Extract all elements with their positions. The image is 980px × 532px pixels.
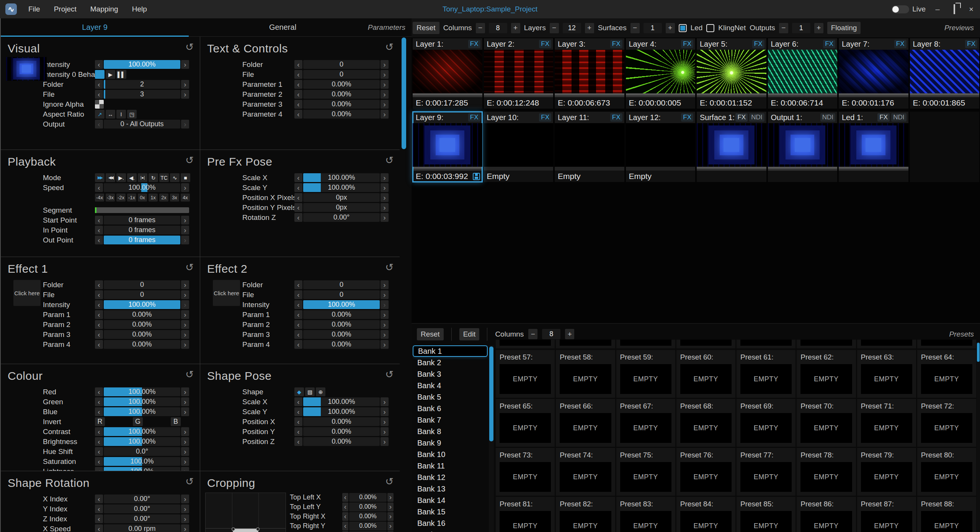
preset-scrollbar[interactable] — [977, 342, 980, 532]
step-down-icon[interactable]: ‹ — [294, 310, 302, 319]
reset-icon[interactable]: ↺ — [185, 369, 194, 381]
step-down-icon[interactable]: ‹ — [95, 80, 103, 89]
effect2-intensity-slider[interactable]: 100.00% — [303, 300, 380, 309]
invert-blue-button[interactable]: B — [171, 417, 181, 426]
preset-cell[interactable]: Preset 65: EMPTY — [496, 399, 555, 447]
preset-thumbnail[interactable]: EMPTY — [861, 413, 912, 443]
preset-cell[interactable]: Preset 66: EMPTY — [556, 399, 615, 447]
layer-preview[interactable] — [484, 50, 554, 93]
step-up-icon[interactable]: › — [387, 493, 394, 502]
close-button[interactable]: × — [966, 5, 976, 14]
speed-preset-button[interactable]: 4x — [181, 194, 190, 202]
tc-folder-stepper[interactable]: 0 — [303, 60, 380, 69]
step-down-icon[interactable]: ‹ — [95, 437, 103, 446]
effect2-param3-slider[interactable]: 0.00% — [303, 330, 380, 339]
bank-item[interactable]: Bank 15 — [413, 506, 488, 517]
step-up-icon[interactable]: › — [381, 60, 389, 69]
step-down-icon[interactable]: ‹ — [294, 330, 302, 339]
step-down-icon[interactable]: ‹ — [95, 397, 103, 406]
layers-decrement-button[interactable]: − — [550, 23, 559, 33]
aspect-fit-height-icon[interactable]: I — [116, 110, 126, 119]
crop-region-handle[interactable] — [233, 529, 258, 532]
prefx-pos-x-stepper[interactable]: 0px — [303, 193, 380, 202]
layer-preview[interactable] — [555, 123, 624, 167]
bank-item[interactable]: Bank 8 — [413, 426, 488, 437]
menu-mapping[interactable]: Mapping — [85, 3, 124, 16]
preset-cell[interactable]: Preset 71: EMPTY — [857, 399, 916, 447]
bank-scrollbar[interactable] — [489, 345, 494, 532]
output-selector[interactable]: 0 - All Outputs — [104, 120, 180, 129]
blue-slider[interactable]: 100.00% — [104, 407, 180, 416]
layer-preview[interactable] — [768, 50, 838, 93]
preset-thumbnail[interactable]: EMPTY — [861, 511, 912, 532]
preset-cell[interactable]: Preset 74: EMPTY — [556, 448, 615, 496]
preset-thumbnail[interactable]: EMPTY — [861, 462, 912, 492]
step-up-icon[interactable]: › — [381, 340, 389, 349]
step-up-icon[interactable]: › — [181, 280, 189, 289]
preset-thumbnail[interactable]: EMPTY — [740, 413, 792, 443]
menu-project[interactable]: Project — [49, 3, 82, 16]
preset-cell[interactable]: Preset 68: EMPTY — [676, 399, 735, 447]
preset-cell[interactable]: Preset 85: EMPTY — [737, 497, 795, 532]
preset-cell[interactable]: Preset 60: EMPTY — [676, 350, 735, 398]
presets-reset-button[interactable]: Reset — [417, 328, 444, 340]
step-down-icon[interactable]: ‹ — [294, 407, 302, 416]
fx-badge[interactable]: FX — [681, 40, 693, 48]
step-up-icon[interactable]: › — [181, 437, 189, 446]
mode-stop-icon[interactable]: ■ — [181, 173, 190, 182]
rot-x-speed-stepper[interactable]: 0.00 rpm — [104, 524, 180, 532]
speed-preset-button[interactable]: 1x — [149, 194, 158, 202]
step-down-icon[interactable]: ‹ — [95, 236, 103, 244]
bank-item[interactable]: Bank 10 — [413, 449, 488, 460]
step-down-icon[interactable]: ‹ — [294, 173, 302, 182]
led-checkbox[interactable] — [679, 24, 687, 32]
restore-button[interactable] — [949, 5, 959, 14]
step-down-icon[interactable]: ‹ — [95, 407, 103, 416]
preset-cell[interactable]: Preset 76: EMPTY — [676, 448, 735, 496]
shape-plane-icon[interactable]: ◆ — [294, 387, 304, 396]
preset-thumbnail[interactable]: EMPTY — [680, 462, 732, 492]
fx-badge[interactable]: FX — [965, 40, 977, 48]
grid-cell[interactable]: Output 1: NDI — [768, 112, 838, 182]
step-up-icon[interactable]: › — [181, 495, 189, 503]
layer-preview[interactable] — [555, 50, 624, 93]
step-up-icon[interactable]: › — [381, 397, 389, 406]
step-down-icon[interactable]: ‹ — [294, 80, 302, 89]
speed-preset-button[interactable]: -1x — [127, 194, 136, 202]
preset-cell[interactable]: Preset 59: EMPTY — [616, 350, 675, 398]
reset-icon[interactable]: ↺ — [385, 369, 394, 381]
preset-thumbnail[interactable]: EMPTY — [921, 413, 972, 443]
presets-edit-button[interactable]: Edit — [459, 328, 480, 340]
preset-thumbnail[interactable]: EMPTY — [680, 511, 732, 532]
invert-red-button[interactable]: R — [95, 417, 105, 426]
step-up-icon[interactable]: › — [181, 290, 189, 299]
start-point-stepper[interactable]: 0 frames — [104, 216, 180, 225]
step-up-icon[interactable]: › — [381, 437, 389, 446]
fx-badge[interactable]: FX — [468, 40, 480, 48]
step-up-icon[interactable]: › — [181, 216, 189, 225]
preset-cell[interactable]: Preset 79: EMPTY — [857, 448, 916, 496]
step-down-icon[interactable]: ‹ — [95, 457, 103, 466]
preset-cell[interactable]: Preset 62: EMPTY — [797, 350, 856, 398]
mode-loop-icon[interactable]: ↻ — [149, 173, 158, 182]
hue-shift-stepper[interactable]: 0.0° — [104, 447, 180, 456]
effect2-folder-stepper[interactable]: 0 — [303, 280, 380, 289]
effect1-param3-slider[interactable]: 0.00% — [104, 330, 180, 339]
tc-param1-slider[interactable]: 0.00% — [303, 80, 380, 89]
step-up-icon[interactable]: › — [381, 90, 389, 99]
step-up-icon[interactable]: › — [381, 193, 389, 202]
step-up-icon[interactable]: › — [181, 236, 189, 244]
crop-top-right-y-stepper[interactable]: 0.00% — [349, 522, 387, 530]
preset-cell[interactable]: Preset 86: EMPTY — [797, 497, 856, 532]
ndi-badge[interactable]: NDI — [820, 113, 835, 122]
intensity0-pause-icon[interactable]: ▌▌ — [116, 70, 126, 79]
effect1-file-stepper[interactable]: 0 — [104, 290, 180, 299]
reset-button[interactable]: Reset — [413, 22, 439, 34]
step-down-icon[interactable]: ‹ — [294, 183, 302, 192]
step-down-icon[interactable]: ‹ — [95, 226, 103, 234]
layer-preview[interactable] — [768, 123, 838, 167]
rot-z-index-stepper[interactable]: 0.00° — [104, 514, 180, 523]
in-point-stepper[interactable]: 0 frames — [104, 226, 180, 234]
step-down-icon[interactable]: ‹ — [294, 110, 302, 119]
step-up-icon[interactable]: › — [181, 80, 189, 89]
